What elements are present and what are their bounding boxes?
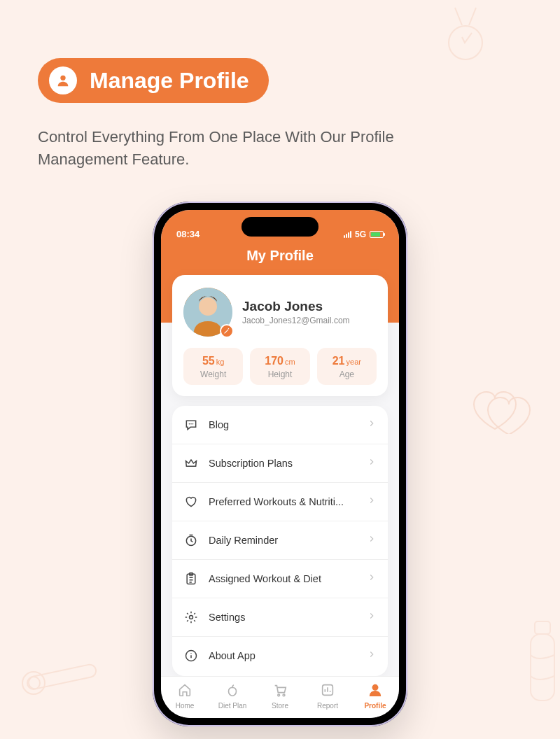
profile-card: Jacob Jones Jacob_Jones12@Gmail.com 55kg… xyxy=(172,275,388,396)
svg-point-19 xyxy=(283,694,285,696)
svg-point-18 xyxy=(278,694,280,696)
chevron-right-icon xyxy=(367,649,377,662)
tab-report[interactable]: Report xyxy=(304,682,351,710)
stat-label: Weight xyxy=(186,370,240,379)
menu-item-daily-reminder[interactable]: Daily Reminder xyxy=(172,521,388,560)
stat-weight: 55kgWeight xyxy=(183,348,243,385)
chevron-right-icon xyxy=(367,534,377,547)
avatar[interactable] xyxy=(183,288,232,337)
menu-item-settings[interactable]: Settings xyxy=(172,598,388,637)
menu-item-label: Subscription Plans xyxy=(209,458,357,469)
chat-icon xyxy=(183,417,199,432)
stat-value: 55kg xyxy=(186,355,240,367)
chevron-right-icon xyxy=(367,418,377,431)
feature-title: Manage Profile xyxy=(90,68,249,94)
menu-item-subscription-plans[interactable]: Subscription Plans xyxy=(172,444,388,483)
menu-item-label: Blog xyxy=(209,419,357,430)
menu-item-blog[interactable]: Blog xyxy=(172,406,388,444)
medal-deco-icon xyxy=(441,4,490,67)
heart-icon xyxy=(183,494,199,509)
menu-item-label: Preferred Workouts & Nutriti... xyxy=(209,496,357,507)
clock-icon xyxy=(183,533,199,548)
info-icon xyxy=(183,648,199,663)
feature-pill: Manage Profile xyxy=(38,58,269,103)
svg-point-17 xyxy=(190,653,191,654)
profile-name: Jacob Jones xyxy=(242,299,350,314)
battery-icon xyxy=(370,231,384,238)
svg-rect-4 xyxy=(531,634,554,701)
tab-bar: HomeDiet PlanStoreReportProfile xyxy=(161,676,399,718)
stat-value: 21year xyxy=(320,355,374,367)
tab-home[interactable]: Home xyxy=(161,682,209,710)
phone-frame: 08:34 5G My Profile xyxy=(153,202,407,726)
stat-age: 21yearAge xyxy=(317,348,377,385)
tab-label: Diet Plan xyxy=(218,702,247,710)
stat-value: 170cm xyxy=(253,355,307,367)
home-icon xyxy=(177,682,192,701)
chevron-right-icon xyxy=(367,572,377,585)
stat-height: 170cmHeight xyxy=(250,348,309,385)
chevron-right-icon xyxy=(367,495,377,508)
phone-screen: 08:34 5G My Profile xyxy=(161,210,399,718)
tab-label: Profile xyxy=(364,702,386,710)
crown-icon xyxy=(183,456,199,471)
svg-rect-1 xyxy=(27,663,97,690)
svg-point-8 xyxy=(199,297,217,316)
menu-item-assigned-workout-diet[interactable]: Assigned Workout & Diet xyxy=(172,560,388,598)
tab-store[interactable]: Store xyxy=(256,682,304,710)
svg-point-9 xyxy=(189,423,190,425)
menu-item-about-app[interactable]: About App xyxy=(172,637,388,675)
profile-badge-icon xyxy=(49,66,77,94)
svg-point-10 xyxy=(190,423,192,425)
menu-item-label: Assigned Workout & Diet xyxy=(209,573,357,584)
profile-stats: 55kgWeight170cmHeight21yearAge xyxy=(183,348,377,385)
mat-deco-icon xyxy=(17,655,108,718)
menu-item-label: About App xyxy=(209,650,357,661)
tab-label: Home xyxy=(176,702,195,710)
cart-icon xyxy=(272,682,288,701)
clipboard-icon xyxy=(183,571,199,586)
person-icon xyxy=(368,682,383,701)
svg-point-6 xyxy=(60,76,65,80)
svg-point-2 xyxy=(22,672,45,694)
profile-menu: BlogSubscription PlansPreferred Workouts… xyxy=(172,406,388,676)
menu-item-preferred-workouts-nutriti[interactable]: Preferred Workouts & Nutriti... xyxy=(172,483,388,521)
status-time: 08:34 xyxy=(176,229,200,239)
bottle-deco-icon xyxy=(511,613,560,711)
gear-icon xyxy=(183,610,199,625)
heart-deco-icon xyxy=(469,378,532,434)
signal-icon xyxy=(344,231,351,238)
stat-label: Height xyxy=(253,370,307,379)
chart-icon xyxy=(320,682,335,701)
chevron-right-icon xyxy=(367,457,377,470)
svg-point-21 xyxy=(372,685,377,690)
network-label: 5G xyxy=(355,230,366,239)
feature-subtitle: Control Everything From One Place With O… xyxy=(38,126,476,171)
svg-rect-5 xyxy=(535,621,550,634)
svg-point-15 xyxy=(190,616,193,619)
chevron-right-icon xyxy=(367,611,377,624)
menu-item-label: Daily Reminder xyxy=(209,535,357,546)
stat-label: Age xyxy=(320,370,374,379)
edit-avatar-button[interactable] xyxy=(220,324,234,338)
tab-profile[interactable]: Profile xyxy=(351,682,399,710)
tab-label: Store xyxy=(272,702,288,710)
apple-icon xyxy=(225,682,240,701)
tab-diet-plan[interactable]: Diet Plan xyxy=(209,682,256,710)
profile-email: Jacob_Jones12@Gmail.com xyxy=(242,316,350,325)
dynamic-island xyxy=(241,217,318,237)
tab-label: Report xyxy=(317,702,338,710)
svg-point-11 xyxy=(192,423,194,425)
menu-item-label: Settings xyxy=(209,612,357,623)
